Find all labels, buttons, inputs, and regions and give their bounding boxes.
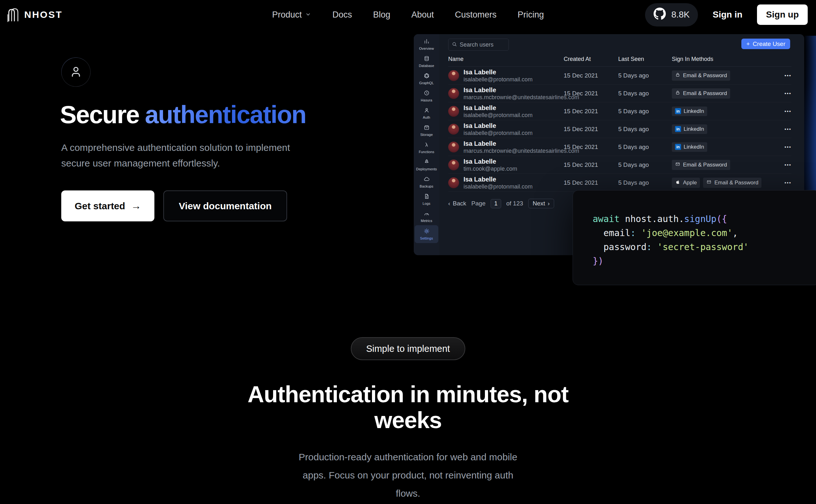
code-token: password — [593, 242, 647, 252]
sidebar-item-metrics[interactable]: Metrics — [415, 208, 438, 225]
sidebar-item-logs[interactable]: Logs — [415, 191, 438, 208]
created-at-cell: 15 Dec 2021 — [564, 144, 618, 151]
get-started-button[interactable]: Get started → — [61, 190, 154, 221]
sidebar-item-label: Settings — [420, 236, 433, 240]
back-button[interactable]: ‹ Back — [448, 200, 466, 207]
row-menu-button[interactable]: ••• — [784, 162, 791, 167]
table-header-row: NameCreated AtLast SeenSign In Methods — [448, 56, 791, 67]
nav-item-product[interactable]: Product — [272, 10, 311, 20]
row-menu-button[interactable]: ••• — [784, 91, 791, 96]
user-text: Isa Labelletim.cook@apple.com — [464, 158, 517, 172]
nav-right: 8.8K Sign in Sign up — [645, 3, 808, 26]
create-user-button[interactable]: + Create User — [741, 39, 790, 49]
hero-title: Secureauthentication — [60, 100, 306, 129]
code-token — [652, 242, 657, 252]
get-started-label: Get started — [75, 201, 125, 211]
sidebar-item-backups[interactable]: Backups — [415, 174, 438, 190]
sign-in-link[interactable]: Sign in — [713, 10, 742, 20]
user-name: Isa Labelle — [464, 175, 532, 183]
section-paragraph-line: flows. — [217, 484, 599, 502]
user-avatar — [448, 70, 459, 81]
last-seen-cell: 5 Days ago — [618, 144, 672, 151]
page-number-input[interactable] — [491, 199, 501, 208]
user-avatar — [448, 159, 459, 170]
table-row[interactable]: Isa Labelletim.cook@apple.com15 Dec 2021… — [448, 156, 791, 174]
next-button[interactable]: Next › — [528, 199, 554, 208]
search-users-box[interactable] — [448, 39, 509, 51]
table-row[interactable]: Isa Labelleisalabelle@protonmail.com15 D… — [448, 120, 791, 138]
functions-icon — [424, 142, 430, 149]
sidebar-item-hasura[interactable]: Hasura — [415, 87, 438, 104]
table-row[interactable]: Isa Labellemarcus.mcbrownie@unitedstates… — [448, 138, 791, 156]
sidebar-item-deployments[interactable]: Deployments — [415, 156, 438, 173]
code-token: 'joe@example.com' — [641, 228, 733, 238]
row-menu-button[interactable]: ••• — [784, 180, 791, 185]
method-badge-envelope: Email & Password — [703, 178, 761, 188]
table-row[interactable]: Isa Labellemarcus.mcbrownie@unitedstates… — [448, 85, 791, 102]
user-cell: Isa Labelleisalabelle@protonmail.com — [448, 104, 564, 119]
method-badge-linkedin: inLinkedIn — [672, 142, 707, 152]
page: nhost ProductDocsBlogAboutCustomersPrici… — [0, 0, 816, 504]
sidebar-item-label: Logs — [423, 202, 430, 205]
user-avatar — [448, 124, 459, 135]
code-token: : — [647, 242, 652, 252]
nav-links: ProductDocsBlogAboutCustomersPricing — [272, 10, 544, 20]
envelope-icon — [706, 179, 712, 186]
user-name: Isa Labelle — [464, 86, 579, 94]
row-menu-button[interactable]: ••• — [784, 108, 791, 114]
github-stars-button[interactable]: 8.8K — [645, 3, 698, 26]
chevron-left-icon: ‹ — [448, 200, 450, 207]
method-badge-lock: Email & Password — [672, 88, 730, 99]
nav-item-label: Pricing — [518, 10, 544, 20]
code-token: , — [732, 228, 738, 238]
chevron-right-icon: › — [548, 200, 550, 207]
nav-item-label: About — [412, 10, 434, 20]
sidebar-item-storage[interactable]: Storage — [415, 122, 438, 139]
linkedin-icon: in — [675, 144, 681, 150]
user-cell: Isa Labelletim.cook@apple.com — [448, 158, 564, 172]
dashboard-sidebar: OverviewDatabaseGraphQLHasuraAuthStorage… — [414, 34, 439, 255]
sidebar-item-label: Auth — [423, 115, 430, 119]
view-documentation-button[interactable]: View documentation — [163, 190, 287, 221]
arrow-right-icon: → — [131, 200, 141, 212]
search-users-input[interactable] — [460, 41, 505, 48]
row-menu-button[interactable]: ••• — [784, 73, 791, 78]
sidebar-item-settings[interactable]: Settings — [415, 225, 438, 243]
backups-icon — [424, 176, 430, 183]
sign-up-button[interactable]: Sign up — [757, 4, 808, 25]
nav-item-blog[interactable]: Blog — [373, 10, 390, 20]
table-row[interactable]: Isa Labelleisalabelle@protonmail.com15 D… — [448, 174, 791, 192]
nav-item-about[interactable]: About — [412, 10, 434, 20]
sign-in-methods-cell: AppleEmail & Password — [672, 178, 774, 188]
row-menu-button[interactable]: ••• — [784, 144, 791, 150]
user-cell: Isa Labellemarcus.mcbrownie@unitedstates… — [448, 86, 564, 101]
table-row[interactable]: Isa Labelleisalabelle@protonmail.com15 D… — [448, 67, 791, 85]
created-at-cell: 15 Dec 2021 — [564, 90, 618, 97]
nav-item-pricing[interactable]: Pricing — [518, 10, 544, 20]
user-email: isalabelle@protonmail.com — [464, 130, 532, 137]
users-table: Isa Labelleisalabelle@protonmail.com15 D… — [448, 67, 791, 192]
sidebar-item-label: Functions — [419, 150, 434, 154]
sidebar-item-database[interactable]: Database — [415, 53, 438, 70]
nav-item-docs[interactable]: Docs — [332, 10, 352, 20]
sidebar-item-functions[interactable]: Functions — [415, 139, 438, 156]
sidebar-item-overview[interactable]: Overview — [415, 36, 438, 53]
apple-icon — [675, 179, 680, 186]
sign-in-methods-cell: Email & Password — [672, 88, 774, 99]
table-row[interactable]: Isa Labelleisalabelle@protonmail.com15 D… — [448, 102, 791, 120]
user-cell: Isa Labelleisalabelle@protonmail.com — [448, 175, 564, 190]
sidebar-item-graphql[interactable]: GraphQL — [415, 70, 438, 87]
github-star-count: 8.8K — [671, 10, 690, 20]
code-token: ({ — [716, 214, 727, 224]
user-avatar — [448, 177, 459, 188]
method-label: Apple — [683, 180, 697, 186]
row-menu-button[interactable]: ••• — [784, 126, 791, 132]
nav-item-customers[interactable]: Customers — [455, 10, 497, 20]
sidebar-item-label: Database — [419, 64, 434, 68]
user-email: isalabelle@protonmail.com — [464, 112, 532, 119]
method-badge-linkedin: inLinkedIn — [672, 107, 707, 116]
nhost-logo[interactable]: nhost — [7, 7, 63, 22]
sidebar-item-auth[interactable]: Auth — [415, 105, 438, 122]
user-text: Isa Labelleisalabelle@protonmail.com — [464, 175, 532, 190]
code-line: password: 'secret-password' — [593, 240, 816, 254]
